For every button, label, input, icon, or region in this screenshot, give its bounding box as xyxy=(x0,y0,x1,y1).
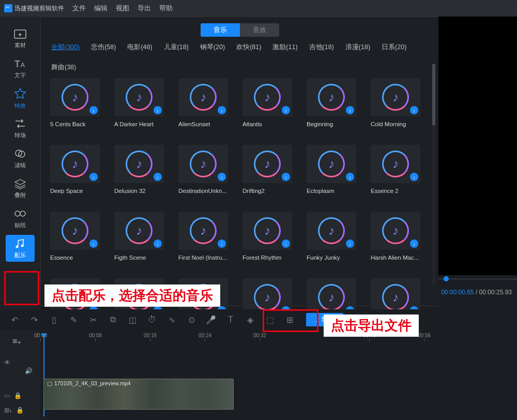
download-icon[interactable]: ↓ xyxy=(346,173,354,181)
timeline-clip[interactable]: ▢ 170105_2_4K_03_preview.mp4 xyxy=(43,379,234,410)
mic-button[interactable]: 🎤 xyxy=(206,314,216,325)
music-card[interactable]: ♪ ↓ Beginning xyxy=(307,78,359,127)
sidebar-item-effects[interactable]: 特效 xyxy=(6,85,35,112)
lock-icon[interactable]: 🔒 xyxy=(14,392,22,399)
eye-icon[interactable]: 👁 xyxy=(4,359,10,366)
sidebar-item-sticker[interactable]: 贴纸 xyxy=(6,205,35,232)
download-icon[interactable]: ↓ xyxy=(154,173,162,181)
menu-edit[interactable]: 编辑 xyxy=(94,4,108,13)
download-icon[interactable]: ↓ xyxy=(282,106,290,114)
preview-seek-handle[interactable] xyxy=(444,276,449,281)
download-icon[interactable]: ↓ xyxy=(89,173,98,181)
category-item[interactable]: 电影(48) xyxy=(127,43,152,52)
music-card[interactable]: ♪ ↓ Essence 2 xyxy=(371,145,423,194)
music-card[interactable]: ♪ ↓ Ectoplasm xyxy=(307,145,359,194)
marker-button[interactable]: ◈ xyxy=(245,314,255,325)
category-item[interactable]: 钢琴(20) xyxy=(200,43,225,52)
tab-sfx[interactable]: 音效 xyxy=(240,23,279,37)
split-button[interactable]: ▯ xyxy=(49,314,59,325)
category-item[interactable]: 浪漫(18) xyxy=(345,43,370,52)
download-icon[interactable]: ↓ xyxy=(154,106,162,114)
download-icon[interactable]: ↓ xyxy=(282,173,290,181)
music-card[interactable]: ♪ ↓ Cold Morning xyxy=(371,78,423,127)
music-card[interactable]: ♪ ↓ Essence xyxy=(50,212,103,261)
redo-button[interactable]: ↷ xyxy=(29,314,39,325)
music-card[interactable]: ♪ ↓ Delusion 32 xyxy=(114,145,167,194)
music-card[interactable]: ♪ ↓ Deep Space xyxy=(50,145,103,194)
download-icon[interactable]: ↓ xyxy=(410,239,418,248)
category-item[interactable]: 悲伤(58) xyxy=(91,43,116,52)
undo-button[interactable]: ↶ xyxy=(9,314,20,325)
star-icon xyxy=(13,87,27,100)
download-icon[interactable]: ↓ xyxy=(346,106,354,114)
sidebar-item-overlay[interactable]: 叠附 xyxy=(6,175,35,202)
preview-seek-track[interactable] xyxy=(438,278,517,280)
music-card[interactable]: ♪ ↓ Figth Scene xyxy=(114,212,167,261)
menu-file[interactable]: 文件 xyxy=(72,4,86,13)
category-item[interactable]: 吉他(18) xyxy=(309,43,334,52)
cut-button[interactable]: ✂ xyxy=(88,314,98,325)
text-button[interactable]: T xyxy=(225,314,236,325)
text-icon: TA xyxy=(13,58,27,69)
music-thumbnail: ♪ ↓ xyxy=(307,78,356,116)
music-card[interactable]: ♪ ↓ AlienSunset xyxy=(178,78,231,127)
speed-button[interactable]: ⏱ xyxy=(147,314,157,325)
timeline-ruler[interactable]: 00:0000:0800:1600:2400:3200:4800:56 xyxy=(34,333,517,344)
mask-button[interactable]: ◫ xyxy=(127,314,138,325)
menu-view[interactable]: 视图 xyxy=(116,4,129,13)
menu-export[interactable]: 导出 xyxy=(138,4,151,13)
ruler-tick: 00:08 xyxy=(89,333,102,341)
category-item[interactable]: 儿童(18) xyxy=(164,43,189,52)
download-icon[interactable]: ↓ xyxy=(410,106,418,114)
music-card[interactable]: ♪ ↓ Drifting2 xyxy=(242,145,295,194)
category-item[interactable]: 日系(20) xyxy=(382,43,406,52)
volume-button[interactable]: ∿ xyxy=(166,314,177,325)
music-card[interactable]: ♪ ↓ Forest Rhythm xyxy=(242,212,295,261)
category-item[interactable]: 舞曲(38) xyxy=(51,63,76,72)
sidebar-item-material[interactable]: 素材 xyxy=(6,25,35,52)
svg-text:T: T xyxy=(14,59,20,69)
music-card[interactable]: ♪ ↓ Funky Junky xyxy=(307,212,359,261)
sidebar-item-filter[interactable]: 滤镜 xyxy=(6,145,35,172)
music-card[interactable]: ♪ ↓ Atlantis xyxy=(242,78,295,127)
note-icon: ♪ xyxy=(328,290,334,305)
download-icon[interactable]: ↓ xyxy=(218,106,226,114)
download-icon[interactable]: ↓ xyxy=(89,106,98,114)
crop-button[interactable]: ⧉ xyxy=(108,314,118,325)
sidebar-item-text[interactable]: TA 文字 xyxy=(6,55,35,82)
music-thumbnail: ♪ ↓ xyxy=(50,145,100,183)
add-track-button[interactable]: ≡₊ xyxy=(12,336,21,346)
tool-extra2[interactable]: ⊞ xyxy=(284,314,295,325)
download-icon[interactable]: ↓ xyxy=(218,173,226,181)
music-card[interactable]: ♪ ↓ DestinationUnkn... xyxy=(178,145,231,194)
music-card[interactable]: ♪ ↓ 5 Cents Back xyxy=(50,78,103,127)
download-icon[interactable]: ↓ xyxy=(89,239,98,248)
sound-icon[interactable]: 🔊 xyxy=(25,367,33,374)
music-thumbnail: ♪ ↓ xyxy=(114,145,164,183)
download-icon[interactable]: ↓ xyxy=(282,239,290,248)
download-icon[interactable]: ↓ xyxy=(218,239,226,248)
music-card[interactable]: ♪ ↓ First Noel (Instru... xyxy=(178,212,231,261)
music-library-panel: 音乐 音效 全部(300)悲伤(58)电影(48)儿童(18)钢琴(20)欢快(… xyxy=(40,17,438,306)
download-icon[interactable]: ↓ xyxy=(410,173,418,181)
sidebar-item-music[interactable]: 配乐 xyxy=(6,235,35,262)
download-icon[interactable]: ↓ xyxy=(154,239,162,248)
lock-icon[interactable]: 🔒 xyxy=(16,407,24,414)
scrollbar[interactable] xyxy=(432,64,435,286)
app-logo: 迅捷视频剪辑软件 xyxy=(4,4,64,13)
music-card[interactable]: ♪ ↓ Harsh Alien Mac... xyxy=(371,212,423,261)
music-card[interactable]: ♪ ↓ A Darker Heart xyxy=(114,78,167,127)
note-icon: ♪ xyxy=(328,157,334,171)
category-item[interactable]: 激励(11) xyxy=(272,43,297,52)
sidebar-item-transition[interactable]: 转场 xyxy=(6,115,35,142)
record-button[interactable]: ⊙ xyxy=(186,314,196,325)
edit-button[interactable]: ✎ xyxy=(68,314,79,325)
tab-music[interactable]: 音乐 xyxy=(201,23,240,37)
svg-text:A: A xyxy=(21,62,25,69)
menu-help[interactable]: 帮助 xyxy=(159,4,173,13)
tool-extra1[interactable]: ⬚ xyxy=(265,314,275,325)
category-item[interactable]: 欢快(81) xyxy=(236,43,261,52)
scrollbar-thumb[interactable] xyxy=(432,64,435,126)
download-icon[interactable]: ↓ xyxy=(346,239,354,248)
category-item[interactable]: 全部(300) xyxy=(51,43,80,52)
